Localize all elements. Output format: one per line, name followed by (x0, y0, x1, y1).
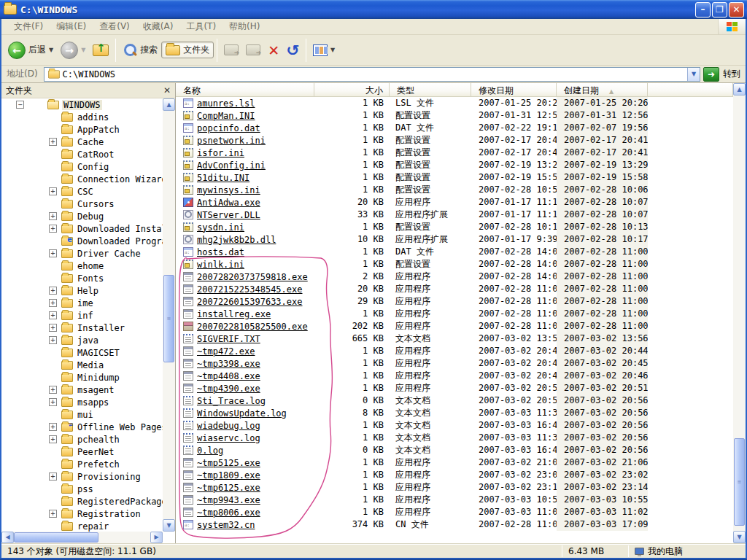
file-name-link[interactable]: wiaservc.log (197, 432, 260, 444)
file-row[interactable]: ~tmp8006.exe1 KB应用程序2007-03-03 11:022007… (176, 506, 733, 518)
tree-vertical-scrollbar[interactable]: ▲ ≡ ▼ (163, 98, 175, 532)
forward-button[interactable]: → ▼ (57, 40, 89, 61)
file-row[interactable]: isfor.ini1 KB配置设置2007-02-17 20:412007-02… (176, 147, 733, 159)
file-name-link[interactable]: amunres.lsl (197, 98, 255, 109)
tree-item-debug[interactable]: +Debug (1, 210, 163, 222)
file-name-link[interactable]: CompMan.INI (197, 110, 255, 122)
tree-item-addins[interactable]: addins (1, 111, 163, 123)
move-to-button[interactable] (220, 43, 242, 57)
file-row[interactable]: CompMan.INI1 KB配置设置2007-01-31 12:562007-… (176, 109, 733, 122)
file-name-link[interactable]: ~tmp1809.exe (197, 470, 260, 481)
file-row[interactable]: installreg.exe1 KB应用程序2007-02-28 11:0120… (176, 308, 733, 320)
file-row[interactable]: 2007215225348545.exe20 KB应用程序2007-02-28 … (176, 283, 733, 295)
file-row[interactable]: wiadebug.log1 KB文本文档2007-03-03 16:402007… (176, 419, 733, 432)
file-name-link[interactable]: ~tmp5125.exe (197, 457, 260, 469)
tree-item-cursors[interactable]: Cursors (1, 198, 163, 210)
expand-icon[interactable]: + (49, 212, 57, 220)
file-name-link[interactable]: SIGVERIF.TXT (197, 333, 260, 345)
file-row[interactable]: 20070228105825500.exe202 KB应用程序2007-02-2… (176, 320, 733, 332)
list-scroll-up-icon[interactable]: ▲ (733, 83, 746, 96)
expand-icon[interactable]: + (49, 299, 57, 307)
file-name-link[interactable]: AdvConfig.ini (197, 160, 266, 171)
tree-item-downloaded-program-fil[interactable]: Downloaded Program Fil (1, 235, 163, 247)
expand-icon[interactable]: + (49, 187, 57, 195)
tree-item-registration[interactable]: +Registration (1, 508, 163, 520)
tree-item-csc[interactable]: +CSC (1, 185, 163, 198)
expand-icon[interactable]: + (49, 311, 57, 319)
tree-hscroll-thumb[interactable] (14, 532, 98, 542)
tree-item-magicset[interactable]: MAGICSET (1, 346, 163, 359)
folders-button[interactable]: 文件夹 (161, 42, 214, 58)
tree-item-cache[interactable]: +Cache (1, 136, 163, 148)
minimize-button[interactable]: – (695, 2, 711, 18)
file-name-link[interactable]: AntiAdwa.exe (197, 197, 260, 209)
expand-icon[interactable]: + (49, 324, 57, 332)
collapse-icon[interactable]: − (16, 101, 24, 109)
list-vertical-scrollbar[interactable]: ▲ ≡ ▼ (733, 83, 746, 543)
column-header-modified[interactable]: 修改日期 (471, 83, 557, 97)
tree-item-inf[interactable]: +inf (1, 309, 163, 322)
tree-item-msagent[interactable]: +msagent (1, 384, 163, 396)
menu-favorites[interactable]: 收藏(A) (136, 19, 180, 34)
file-name-link[interactable]: wiadebug.log (197, 420, 260, 432)
tree-item-pchealth[interactable]: +pchealth (1, 433, 163, 446)
file-name-link[interactable]: 20070228105825500.exe (197, 321, 308, 332)
file-row[interactable]: winlk.ini1 KB配置设置2007-02-28 14:032007-02… (176, 258, 733, 271)
file-name-link[interactable]: 51ditu.INI (197, 172, 249, 184)
tree-item-registeredpackages[interactable]: RegisteredPackages (1, 495, 163, 508)
expand-icon[interactable]: + (49, 472, 57, 481)
tree-item-catroot[interactable]: CatRoot (1, 148, 163, 160)
file-name-link[interactable]: ~tmp4408.exe (197, 370, 260, 382)
undo-button[interactable]: ↺ (283, 42, 303, 59)
file-row[interactable]: 51ditu.INI1 KB配置设置2007-02-19 15:582007-0… (176, 171, 733, 184)
file-row[interactable]: ~tmp3398.exe1 KB应用程序2007-03-02 20:452007… (176, 357, 733, 370)
tree-scroll-thumb[interactable]: ≡ (163, 275, 174, 362)
file-row[interactable]: ~tmp1809.exe1 KB应用程序2007-03-02 23:022007… (176, 469, 733, 481)
tree-item-prefetch[interactable]: Prefetch (1, 458, 163, 470)
file-name-link[interactable]: winlk.ini (197, 259, 244, 271)
file-row[interactable]: 0.log0 KB文本文档2007-03-03 16:402007-03-02 … (176, 444, 733, 456)
file-row[interactable]: sysdn.ini1 KB配置设置2007-02-28 10:132007-02… (176, 221, 733, 233)
file-name-link[interactable]: isfor.ini (197, 147, 244, 159)
expand-icon[interactable]: + (49, 386, 57, 394)
menu-file[interactable]: 文件(F) (7, 19, 50, 34)
file-name-link[interactable]: 20072820373759818.exe (197, 271, 308, 283)
go-button[interactable]: ➜ (703, 67, 719, 82)
column-header-created[interactable]: 创建日期▲ (557, 83, 648, 97)
restore-button[interactable]: ❐ (712, 2, 727, 18)
tree-item-ime[interactable]: +ime (1, 297, 163, 309)
views-button[interactable]: ▼ (309, 43, 338, 58)
file-row[interactable]: 2007226015397633.exe29 KB应用程序2007-02-28 … (176, 295, 733, 308)
tree-item-provisioning[interactable]: +Provisioning (1, 470, 163, 483)
file-row[interactable]: Sti_Trace.log0 KB文本文档2007-03-02 20:56200… (176, 394, 733, 407)
file-row[interactable]: NTServer.DLL33 KB应用程序扩展2007-01-17 11:122… (176, 209, 733, 221)
file-row[interactable]: ~tmp9943.exe1 KB应用程序2007-03-03 10:552007… (176, 494, 733, 506)
file-row[interactable]: mywinsys.ini1 KB配置设置2007-02-28 10:532007… (176, 184, 733, 196)
file-row[interactable]: AdvConfig.ini1 KB配置设置2007-02-19 13:29200… (176, 159, 733, 171)
file-row[interactable]: ~tmp4390.exe1 KB应用程序2007-03-02 20:512007… (176, 382, 733, 394)
address-input[interactable]: C:\WINDOWS ▼ (44, 67, 700, 82)
file-name-link[interactable]: psnetwork.ini (197, 135, 266, 147)
tree-item-driver-cache[interactable]: +Driver Cache (1, 247, 163, 260)
file-row[interactable]: 20072820373759818.exe2 KB应用程序2007-02-28 … (176, 271, 733, 283)
expand-icon[interactable]: + (49, 287, 57, 295)
file-row[interactable]: wiaservc.log1 KB文本文档2007-03-03 11:322007… (176, 432, 733, 444)
tree-scroll-right-icon[interactable]: ▶ (150, 532, 163, 543)
file-name-link[interactable]: ~tmp6125.exe (197, 482, 260, 494)
tree-item-peernet[interactable]: PeerNet (1, 446, 163, 458)
expand-icon[interactable]: + (49, 138, 57, 146)
list-scroll-thumb[interactable]: ≡ (734, 438, 745, 526)
expand-icon[interactable]: + (49, 510, 57, 518)
tree-item-windows[interactable]: −WINDOWS (1, 98, 163, 111)
expand-icon[interactable]: + (49, 336, 57, 344)
file-row[interactable]: hosts.dat1 KBDAT 文件2007-02-28 14:032007-… (176, 246, 733, 258)
file-name-link[interactable]: ~tmp472.exe (197, 346, 255, 357)
address-dropdown-icon[interactable]: ▼ (687, 68, 700, 81)
file-row[interactable]: popcinfo.dat1 KBDAT 文件2007-02-22 19:1420… (176, 122, 733, 134)
copy-to-button[interactable] (242, 43, 264, 57)
forward-dropdown-icon[interactable]: ▼ (81, 47, 85, 53)
file-name-link[interactable]: system32.cn (197, 519, 255, 531)
up-button[interactable] (89, 43, 112, 58)
file-row[interactable]: psnetwork.ini1 KB配置设置2007-02-17 20:41200… (176, 134, 733, 147)
file-name-link[interactable]: sysdn.ini (197, 222, 244, 233)
